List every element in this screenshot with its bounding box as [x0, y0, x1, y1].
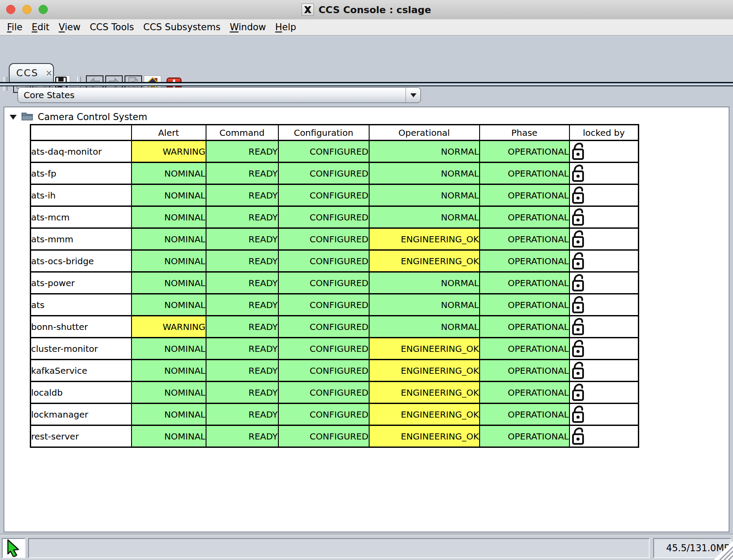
state-cell[interactable]: ENGINEERING_OK: [369, 250, 480, 272]
locked-by-cell[interactable]: [569, 228, 639, 250]
state-cell[interactable]: CONFIGURED: [278, 250, 369, 272]
state-cell[interactable]: CONFIGURED: [278, 272, 369, 294]
state-cell[interactable]: READY: [206, 206, 278, 228]
subsystem-name[interactable]: lockmanager: [31, 404, 132, 425]
menu-item-edit[interactable]: Edit: [32, 22, 50, 32]
state-cell[interactable]: READY: [206, 272, 278, 294]
locked-by-cell[interactable]: [569, 294, 639, 316]
locked-by-cell[interactable]: [569, 360, 639, 382]
state-cell[interactable]: OPERATIONAL: [480, 294, 569, 316]
state-cell[interactable]: CONFIGURED: [278, 360, 369, 382]
locked-by-cell[interactable]: [569, 272, 639, 294]
state-cell[interactable]: OPERATIONAL: [480, 404, 569, 425]
locked-by-cell[interactable]: [569, 316, 639, 338]
state-cell[interactable]: ENGINEERING_OK: [369, 228, 480, 250]
state-cell[interactable]: NOMINAL: [132, 404, 206, 425]
locked-by-cell[interactable]: [569, 382, 639, 404]
tab-close-icon[interactable]: ×: [46, 69, 53, 77]
state-cell[interactable]: ENGINEERING_OK: [369, 425, 480, 447]
column-header-name[interactable]: [31, 125, 132, 141]
state-cell[interactable]: READY: [206, 294, 278, 316]
state-cell[interactable]: CONFIGURED: [278, 425, 369, 447]
state-cell[interactable]: NORMAL: [369, 163, 480, 184]
state-cell[interactable]: ENGINEERING_OK: [369, 382, 480, 404]
subsystem-name[interactable]: ats-mmm: [31, 228, 132, 250]
state-cell[interactable]: READY: [206, 360, 278, 382]
column-header-locked-by[interactable]: locked by: [569, 125, 639, 141]
subsystem-name[interactable]: bonn-shutter: [31, 316, 132, 338]
locked-by-cell[interactable]: [569, 250, 639, 272]
subsystem-name[interactable]: cluster-monitor: [31, 338, 132, 360]
state-cell[interactable]: READY: [206, 250, 278, 272]
state-cell[interactable]: NOMINAL: [132, 272, 206, 294]
state-cell[interactable]: CONFIGURED: [278, 294, 369, 316]
locked-by-cell[interactable]: [569, 404, 639, 425]
state-cell[interactable]: READY: [206, 316, 278, 338]
subsystem-name[interactable]: ats-fp: [31, 163, 132, 184]
subsystem-name[interactable]: kafkaService: [31, 360, 132, 382]
state-cell[interactable]: ENGINEERING_OK: [369, 360, 480, 382]
state-cell[interactable]: NOMINAL: [132, 338, 206, 360]
state-cell[interactable]: NORMAL: [369, 272, 480, 294]
subsystem-name[interactable]: ats-power: [31, 272, 132, 294]
subsystem-name[interactable]: ats: [31, 294, 132, 316]
column-header-alert[interactable]: Alert: [132, 125, 206, 141]
state-cell[interactable]: OPERATIONAL: [480, 250, 569, 272]
state-cell[interactable]: READY: [206, 404, 278, 425]
state-cell[interactable]: CONFIGURED: [278, 141, 369, 163]
state-cell[interactable]: READY: [206, 141, 278, 163]
tree-expander-icon[interactable]: [10, 115, 17, 120]
state-cell[interactable]: CONFIGURED: [278, 206, 369, 228]
locked-by-cell[interactable]: [569, 141, 639, 163]
state-cell[interactable]: OPERATIONAL: [480, 184, 569, 206]
state-cell[interactable]: NORMAL: [369, 141, 480, 163]
state-cell[interactable]: NOMINAL: [132, 206, 206, 228]
state-cell[interactable]: NOMINAL: [132, 184, 206, 206]
tree-node-camera-control-system[interactable]: Camera Control System: [10, 111, 147, 123]
locked-by-cell[interactable]: [569, 163, 639, 184]
state-cell[interactable]: READY: [206, 163, 278, 184]
state-cell[interactable]: CONFIGURED: [278, 338, 369, 360]
subsystem-name[interactable]: rest-server: [31, 425, 132, 447]
state-cell[interactable]: NOMINAL: [132, 250, 206, 272]
state-cell[interactable]: ENGINEERING_OK: [369, 404, 480, 425]
state-cell[interactable]: READY: [206, 228, 278, 250]
state-cell[interactable]: CONFIGURED: [278, 404, 369, 425]
menu-item-help[interactable]: Help: [275, 22, 296, 32]
view-selector-dropdown[interactable]: Core States: [18, 87, 421, 103]
state-cell[interactable]: OPERATIONAL: [480, 228, 569, 250]
menu-item-view[interactable]: View: [59, 22, 81, 32]
state-cell[interactable]: NOMINAL: [132, 228, 206, 250]
column-header-command[interactable]: Command: [206, 125, 278, 141]
menu-item-window[interactable]: Window: [230, 22, 266, 32]
column-header-operational[interactable]: Operational: [369, 125, 480, 141]
state-cell[interactable]: OPERATIONAL: [480, 338, 569, 360]
state-cell[interactable]: READY: [206, 338, 278, 360]
subsystem-name[interactable]: ats-mcm: [31, 206, 132, 228]
state-cell[interactable]: OPERATIONAL: [480, 141, 569, 163]
state-cell[interactable]: CONFIGURED: [278, 228, 369, 250]
menu-item-ccs-subsystems[interactable]: CCS Subsystems: [143, 22, 221, 32]
state-cell[interactable]: OPERATIONAL: [480, 360, 569, 382]
subsystem-name[interactable]: ats-daq-monitor: [31, 141, 132, 163]
dropdown-arrow-button[interactable]: [406, 88, 420, 103]
state-cell[interactable]: READY: [206, 382, 278, 404]
state-cell[interactable]: NOMINAL: [132, 425, 206, 447]
state-cell[interactable]: WARNING: [132, 141, 206, 163]
state-cell[interactable]: NOMINAL: [132, 294, 206, 316]
state-cell[interactable]: NORMAL: [369, 184, 480, 206]
state-cell[interactable]: NORMAL: [369, 206, 480, 228]
state-cell[interactable]: CONFIGURED: [278, 382, 369, 404]
state-cell[interactable]: OPERATIONAL: [480, 272, 569, 294]
locked-by-cell[interactable]: [569, 338, 639, 360]
state-cell[interactable]: CONFIGURED: [278, 316, 369, 338]
state-cell[interactable]: OPERATIONAL: [480, 163, 569, 184]
state-cell[interactable]: OPERATIONAL: [480, 316, 569, 338]
column-header-phase[interactable]: Phase: [480, 125, 569, 141]
state-cell[interactable]: OPERATIONAL: [480, 382, 569, 404]
subsystem-name[interactable]: localdb: [31, 382, 132, 404]
state-cell[interactable]: READY: [206, 184, 278, 206]
resize-grip[interactable]: [713, 541, 733, 560]
subsystem-name[interactable]: ats-ocs-bridge: [31, 250, 132, 272]
state-cell[interactable]: NORMAL: [369, 316, 480, 338]
